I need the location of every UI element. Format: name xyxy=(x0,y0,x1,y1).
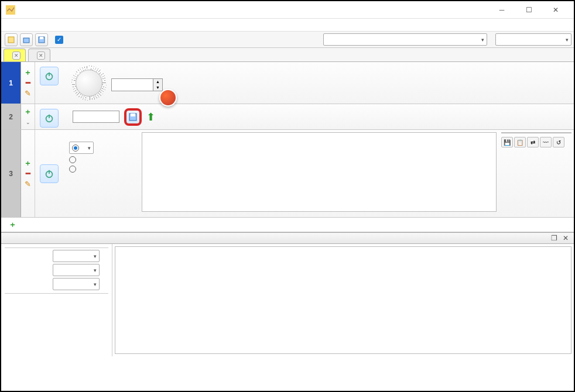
svg-rect-1 xyxy=(8,37,14,43)
power-button[interactable] xyxy=(40,67,59,85)
analysis-settings xyxy=(1,244,112,356)
row-preamp: 1 ＋ ━ ✎ ▲▼ xyxy=(1,62,574,104)
row-include: 2 ＋ ⌄ ⬆ xyxy=(1,104,574,130)
maximize-button[interactable]: ☐ xyxy=(515,2,542,18)
menubar xyxy=(1,19,574,32)
add-icon[interactable]: ＋ xyxy=(23,159,33,168)
channel-select[interactable] xyxy=(53,264,100,276)
frequency-response-graph[interactable] xyxy=(115,246,571,354)
gain-input[interactable] xyxy=(112,79,153,91)
add-icon[interactable]: ＋ xyxy=(7,220,18,229)
edit-icon[interactable]: ✎ xyxy=(23,180,33,189)
add-icon[interactable]: ＋ xyxy=(23,68,33,77)
tab-close-icon[interactable]: ✕ xyxy=(37,51,45,60)
app-icon xyxy=(6,5,15,15)
row-number: 1 xyxy=(1,62,21,104)
new-button[interactable] xyxy=(5,33,18,46)
eq-graph[interactable] xyxy=(142,132,497,212)
titlebar: ─ ☐ ✕ xyxy=(1,1,574,19)
include-file-input[interactable] xyxy=(73,111,119,123)
tab-close-icon[interactable]: ✕ xyxy=(12,51,20,60)
radio-31band[interactable] xyxy=(69,156,80,163)
tabbar: ✕ ✕ xyxy=(1,48,574,62)
browse-file-button[interactable] xyxy=(124,108,142,126)
invert-icon[interactable]: ⇄ xyxy=(527,137,539,147)
edit-icon[interactable]: ✎ xyxy=(23,89,33,98)
eq-data-table[interactable] xyxy=(501,132,571,133)
resolution-select[interactable] xyxy=(53,278,100,290)
power-button[interactable] xyxy=(40,164,59,183)
minimize-button[interactable]: ─ xyxy=(488,2,515,18)
add-icon[interactable]: ＋ xyxy=(23,107,33,116)
reset-icon[interactable]: ↺ xyxy=(553,137,564,147)
settings-label xyxy=(5,246,108,248)
save-button[interactable] xyxy=(35,33,48,46)
svg-rect-2 xyxy=(23,38,29,43)
up-arrow-icon[interactable]: ⬆ xyxy=(146,111,155,123)
undock-icon[interactable]: ❐ xyxy=(549,233,559,243)
add-row: ＋ xyxy=(1,218,574,232)
normalize-icon[interactable]: 〰 xyxy=(540,137,552,147)
device-select[interactable] xyxy=(323,33,487,46)
tab-config[interactable]: ✕ xyxy=(4,49,26,61)
open-button[interactable] xyxy=(20,33,33,46)
power-button[interactable] xyxy=(40,109,59,128)
remove-icon[interactable]: ━ xyxy=(23,78,33,88)
annotation-marker xyxy=(159,89,177,106)
start-from-select[interactable] xyxy=(53,250,100,262)
filter-rows: 1 ＋ ━ ✎ ▲▼ 2 ＋ ⌄ ⬆ 3 ＋ ━ ✎ xyxy=(1,62,574,232)
instant-mode-checkbox[interactable]: ✓ xyxy=(55,36,63,44)
svg-rect-10 xyxy=(131,114,135,116)
tab-preset[interactable]: ✕ xyxy=(28,49,50,61)
save-icon[interactable]: 💾 xyxy=(501,137,513,147)
clipboard-icon[interactable]: 📋 xyxy=(514,137,526,147)
analysis-header: ❐ ✕ xyxy=(1,232,574,244)
row-number: 2 xyxy=(1,104,21,129)
gain-spinner[interactable]: ▲▼ xyxy=(111,78,163,91)
radio-15band[interactable] xyxy=(69,142,94,154)
row-number: 3 xyxy=(1,130,21,217)
toolbar: ✓ xyxy=(1,32,574,48)
remove-icon[interactable]: ━ xyxy=(23,169,33,178)
row-graphic-eq: 3 ＋ ━ ✎ 💾 📋 ⇄ 〰 ↺ xyxy=(1,130,574,218)
expand-icon[interactable]: ⌄ xyxy=(23,118,33,127)
radio-variable[interactable] xyxy=(69,166,80,173)
channel-config-select[interactable] xyxy=(495,33,571,46)
svg-rect-4 xyxy=(40,37,43,39)
gain-knob[interactable] xyxy=(71,66,107,101)
analysis-body xyxy=(1,244,574,356)
close-button[interactable]: ✕ xyxy=(542,2,569,18)
close-panel-icon[interactable]: ✕ xyxy=(561,233,570,243)
